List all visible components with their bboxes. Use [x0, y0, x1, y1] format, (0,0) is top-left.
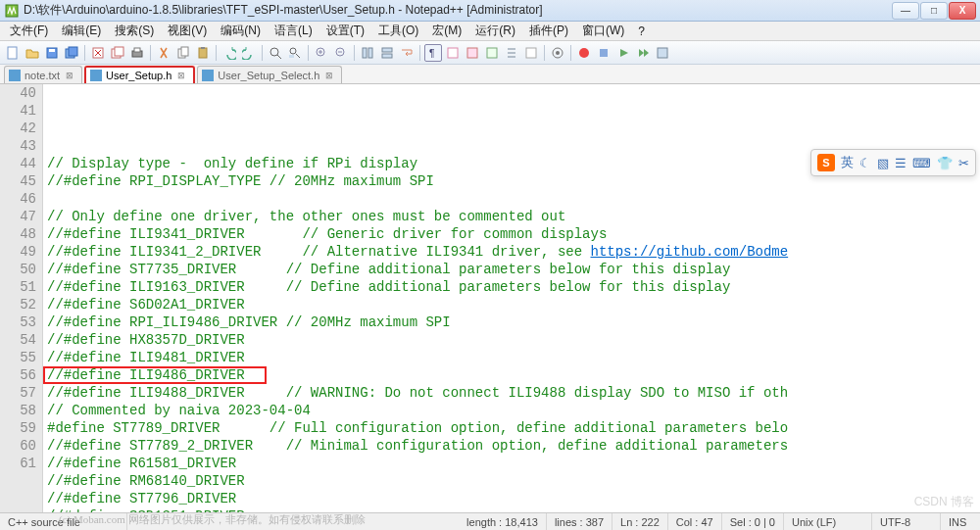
ime-tool-icon[interactable]: ✂: [958, 156, 969, 170]
svg-rect-20: [363, 48, 367, 58]
menu-file[interactable]: 文件(F): [4, 22, 54, 40]
new-file-icon[interactable]: [4, 44, 22, 62]
status-encoding: UTF-8: [872, 513, 941, 530]
ime-punct-icon[interactable]: ▧: [877, 156, 889, 170]
svg-rect-22: [382, 48, 392, 52]
doc-map-icon[interactable]: [483, 44, 501, 62]
find-icon[interactable]: [267, 44, 284, 62]
svg-rect-28: [526, 48, 536, 58]
close-file-icon[interactable]: [89, 44, 107, 62]
file-icon: [202, 70, 214, 81]
menu-help[interactable]: ?: [632, 24, 651, 39]
monitor-icon[interactable]: [549, 44, 566, 62]
menu-window[interactable]: 窗口(W): [576, 22, 630, 40]
svg-rect-27: [487, 48, 497, 58]
save-all-icon[interactable]: [63, 44, 80, 62]
toolbar-separator: [150, 45, 151, 61]
tab-close-icon[interactable]: ⊠: [177, 71, 185, 80]
ime-moon-icon[interactable]: ☾: [859, 156, 871, 170]
record-macro-icon[interactable]: [575, 44, 593, 62]
svg-rect-1: [8, 47, 17, 59]
svg-rect-26: [467, 48, 477, 58]
toolbar-separator: [354, 45, 355, 61]
menu-search[interactable]: 搜索(S): [109, 22, 160, 40]
tab-note[interactable]: note.txt ⊠: [4, 66, 82, 83]
tab-label: User_Setup.h: [106, 70, 172, 81]
print-icon[interactable]: [128, 44, 146, 62]
wrap-icon[interactable]: [398, 44, 416, 62]
menu-run[interactable]: 运行(R): [469, 22, 521, 40]
tab-user-setup-select[interactable]: User_Setup_Select.h ⊠: [197, 66, 342, 83]
menu-macro[interactable]: 宏(M): [426, 22, 467, 40]
menu-tools[interactable]: 工具(O): [372, 22, 424, 40]
file-icon: [90, 70, 102, 81]
titlebar: D:\软件\Arduino\arduino-1.8.5\libraries\TF…: [0, 0, 980, 22]
status-ins: INS: [941, 513, 980, 530]
status-length: length : 18,413: [459, 513, 547, 530]
tabbar: note.txt ⊠ User_Setup.h ⊠ User_Setup_Sel…: [0, 65, 980, 84]
svg-rect-21: [368, 48, 372, 58]
play-multi-icon[interactable]: [634, 44, 652, 62]
close-all-icon[interactable]: [109, 44, 126, 62]
copy-icon[interactable]: [174, 44, 192, 62]
minimize-button[interactable]: —: [892, 2, 919, 20]
cut-icon[interactable]: [155, 44, 172, 62]
indent-guide-icon[interactable]: [444, 44, 462, 62]
svg-point-15: [270, 48, 278, 56]
menu-encoding[interactable]: 编码(N): [215, 22, 267, 40]
svg-rect-3: [49, 49, 55, 52]
close-button[interactable]: X: [949, 2, 976, 20]
toolbar-separator: [419, 45, 420, 61]
status-ln: Ln : 222: [612, 513, 668, 530]
redo-icon[interactable]: [240, 44, 258, 62]
folder-margin-icon[interactable]: [464, 44, 481, 62]
ime-brand-icon[interactable]: S: [817, 154, 835, 171]
sync-h-icon[interactable]: [378, 44, 396, 62]
zoom-in-icon[interactable]: [313, 44, 330, 62]
menu-plugins[interactable]: 插件(P): [523, 22, 574, 40]
status-sel: Sel : 0 | 0: [722, 513, 784, 530]
tab-close-icon[interactable]: ⊠: [66, 71, 74, 80]
file-icon: [9, 70, 21, 81]
tab-label: User_Setup_Select.h: [218, 70, 319, 81]
save-icon[interactable]: [43, 44, 61, 62]
menu-settings[interactable]: 设置(T): [320, 22, 370, 40]
svg-point-30: [556, 51, 560, 55]
toolbar: ¶: [0, 41, 980, 65]
ime-toolbar[interactable]: S 英 ☾ ▧ ☰ ⌨ 👕 ✂: [810, 149, 976, 176]
ime-menu-icon[interactable]: ☰: [895, 156, 906, 170]
status-eol: Unix (LF): [784, 513, 872, 530]
toolbar-separator: [84, 45, 85, 61]
undo-icon[interactable]: [220, 44, 238, 62]
window-controls: — □ X: [892, 2, 976, 20]
play-macro-icon[interactable]: [614, 44, 632, 62]
doc-switcher-icon[interactable]: [522, 44, 540, 62]
maximize-button[interactable]: □: [920, 2, 948, 20]
svg-rect-14: [201, 47, 205, 49]
open-file-icon[interactable]: [24, 44, 41, 62]
paste-icon[interactable]: [194, 44, 212, 62]
save-macro-icon[interactable]: [654, 44, 671, 62]
menu-view[interactable]: 视图(V): [162, 22, 213, 40]
replace-icon[interactable]: [286, 44, 304, 62]
toolbar-separator: [570, 45, 571, 61]
line-number-gutter: 4041424344454647484950515253545556575859…: [0, 84, 43, 512]
svg-point-16: [290, 48, 296, 54]
toolbar-separator: [308, 45, 309, 61]
menu-edit[interactable]: 编辑(E): [56, 22, 107, 40]
watermark-text: (c) Moban.com 网络图片仅供展示，非存储。如有侵权请联系删除: [59, 512, 366, 527]
sync-v-icon[interactable]: [359, 44, 376, 62]
stop-macro-icon[interactable]: [595, 44, 612, 62]
func-list-icon[interactable]: [503, 44, 520, 62]
menubar: 文件(F) 编辑(E) 搜索(S) 视图(V) 编码(N) 语言(L) 设置(T…: [0, 22, 980, 41]
ime-skin-icon[interactable]: 👕: [937, 156, 953, 170]
tab-user-setup[interactable]: User_Setup.h ⊠: [84, 66, 195, 83]
ime-keyboard-icon[interactable]: ⌨: [912, 156, 931, 170]
tab-close-icon[interactable]: ⊠: [325, 71, 333, 80]
svg-rect-10: [134, 48, 140, 52]
menu-language[interactable]: 语言(L): [269, 22, 318, 40]
show-all-chars-icon[interactable]: ¶: [424, 44, 442, 62]
zoom-out-icon[interactable]: [332, 44, 350, 62]
svg-rect-32: [600, 49, 608, 57]
ime-lang-icon[interactable]: 英: [841, 154, 854, 171]
